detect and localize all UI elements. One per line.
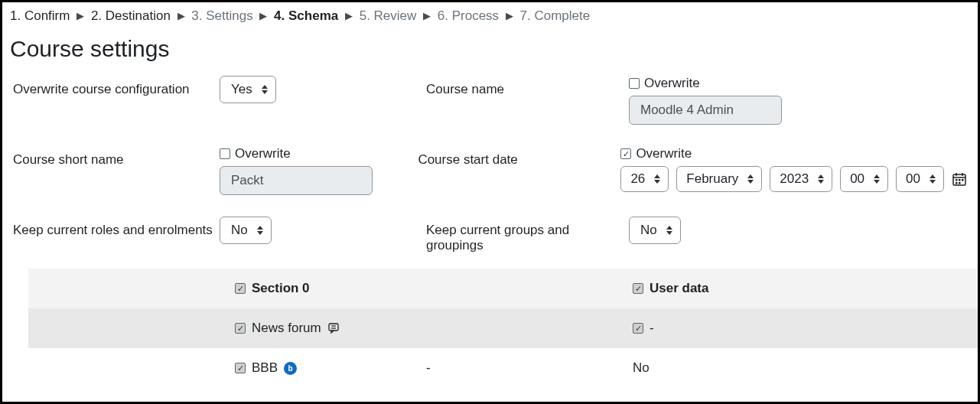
breadcrumb-step-3[interactable]: 3. Settings (191, 8, 252, 23)
date-day-value: 26 (630, 171, 645, 187)
user-data-label: User data (650, 281, 708, 296)
keep-roles-label: Keep current roles and enrolments (13, 217, 220, 238)
overwrite-config-select[interactable]: Yes (220, 76, 276, 103)
select-arrows-icon (257, 226, 263, 235)
svg-rect-8 (959, 182, 961, 184)
svg-rect-9 (329, 324, 338, 331)
breadcrumb-step-5[interactable]: 5. Review (360, 8, 417, 23)
course-name-overwrite-checkbox[interactable] (629, 78, 640, 89)
news-forum-label: News forum (252, 321, 321, 336)
chevron-right-icon: ▶ (506, 10, 513, 21)
select-arrows-icon (747, 174, 754, 184)
section0-label: Section 0 (252, 281, 310, 296)
chevron-right-icon: ▶ (259, 10, 267, 21)
bbb-userdata-text: No (633, 360, 650, 376)
date-minute-value: 00 (906, 171, 920, 187)
keep-groups-label: Keep current groups and groupings (426, 217, 629, 253)
bbb-label: BBB (252, 360, 278, 376)
chevron-right-icon: ▶ (177, 10, 185, 21)
svg-rect-7 (956, 182, 958, 184)
course-short-name-overwrite-checkbox[interactable] (220, 148, 230, 159)
news-forum-userdata-text: - (650, 321, 654, 336)
course-start-date-overwrite-checkbox[interactable] (620, 148, 631, 159)
breadcrumb-step-2[interactable]: 2. Destination (91, 8, 171, 23)
select-arrows-icon (262, 85, 268, 94)
course-start-date-label: Course start date (418, 146, 620, 168)
course-name-input[interactable] (629, 96, 782, 125)
date-minute-select[interactable]: 00 (896, 166, 944, 192)
date-month-select[interactable]: February (676, 166, 762, 192)
overwrite-config-select-value: Yes (231, 82, 252, 97)
svg-rect-6 (962, 179, 964, 181)
section-item-row: News forum - (2, 308, 978, 348)
breadcrumb-step-6[interactable]: 6. Process (438, 8, 499, 23)
date-year-select[interactable]: 2023 (770, 166, 832, 192)
breadcrumb: 1. Confirm ▶ 2. Destination ▶ 3. Setting… (2, 2, 978, 27)
news-forum-checkbox[interactable] (235, 323, 246, 334)
chevron-right-icon: ▶ (345, 10, 353, 21)
keep-roles-value: No (231, 223, 248, 238)
date-hour-value: 00 (850, 171, 864, 187)
date-year-value: 2023 (780, 171, 809, 187)
section-header-row: Section 0 User data (2, 269, 978, 308)
keep-groups-select[interactable]: No (629, 217, 681, 244)
course-start-date-overwrite-label: Overwrite (636, 146, 692, 161)
breadcrumb-step-4: 4. Schema (274, 8, 338, 23)
chevron-right-icon: ▶ (423, 10, 431, 21)
course-name-label: Course name (426, 76, 629, 97)
user-data-checkbox[interactable] (633, 283, 643, 294)
news-forum-userdata-checkbox[interactable] (633, 323, 643, 334)
select-arrows-icon (654, 174, 660, 184)
bbb-checkbox[interactable] (235, 363, 246, 373)
svg-rect-4 (956, 179, 958, 181)
svg-rect-5 (959, 179, 961, 181)
course-short-name-overwrite-label: Overwrite (235, 146, 291, 161)
forum-icon (327, 321, 341, 335)
calendar-icon[interactable] (952, 171, 967, 187)
course-short-name-input[interactable] (220, 166, 373, 195)
section-item-row: BBB b - No (2, 348, 978, 388)
course-short-name-label: Course short name (13, 146, 220, 168)
section0-checkbox[interactable] (235, 283, 246, 294)
bigbluebutton-icon: b (284, 362, 297, 375)
chevron-right-icon: ▶ (77, 10, 84, 21)
select-arrows-icon (930, 174, 936, 184)
sections-table: Section 0 User data News forum (2, 269, 978, 388)
keep-roles-select[interactable]: No (220, 217, 272, 244)
select-arrows-icon (666, 226, 672, 235)
breadcrumb-step-7[interactable]: 7. Complete (520, 8, 591, 23)
date-hour-select[interactable]: 00 (840, 166, 888, 192)
select-arrows-icon (874, 174, 880, 184)
keep-groups-value: No (640, 223, 657, 238)
select-arrows-icon (818, 174, 824, 184)
overwrite-config-label: Overwrite course configuration (13, 76, 220, 97)
course-name-overwrite-label: Overwrite (644, 76, 700, 91)
date-day-select[interactable]: 26 (620, 166, 669, 192)
date-month-value: February (686, 171, 738, 187)
breadcrumb-step-1[interactable]: 1. Confirm (10, 8, 70, 23)
bbb-mid-text: - (426, 360, 431, 375)
page-title: Course settings (2, 27, 978, 76)
